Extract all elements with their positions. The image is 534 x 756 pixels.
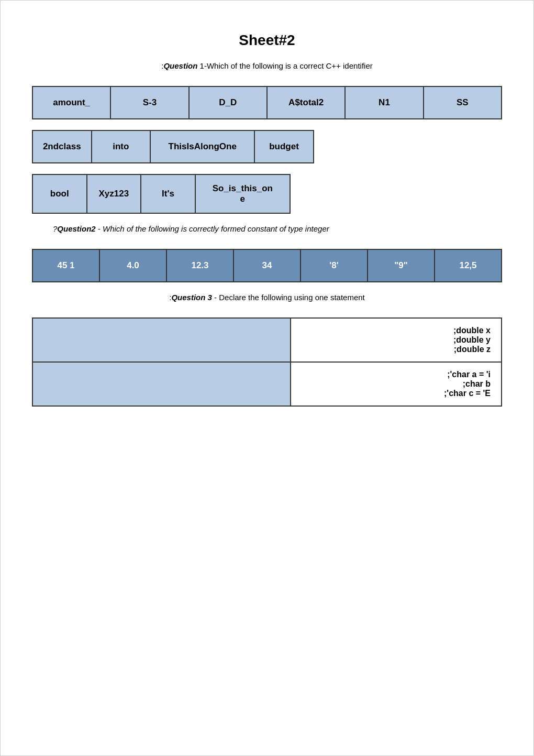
q1-r3-c1: bool bbox=[33, 175, 87, 213]
page-title: Sheet#2 bbox=[32, 32, 502, 49]
q2-r1-c4: 34 bbox=[234, 250, 301, 281]
q1-row2: 2ndclass into ThisIsAlongOne budget bbox=[32, 130, 314, 163]
q1-r1-c6: SS bbox=[424, 87, 501, 118]
q1-r1-c5: N1 bbox=[346, 87, 424, 118]
q2-r1-c7: 12,5 bbox=[435, 250, 501, 281]
q3-r1-right: ;double x ;double y ;double z bbox=[291, 318, 502, 362]
q1-r3-c4: So_is_this_on e bbox=[196, 175, 290, 213]
q3-r1-left bbox=[32, 318, 291, 362]
question1-label: :Question 1-Which of the following is a … bbox=[32, 61, 502, 70]
q1-r3-c3: It's bbox=[141, 175, 196, 213]
q3-r2-left bbox=[32, 362, 291, 406]
q3-r2-right: ;'char a = 'i ;char b ;'char c = 'E bbox=[291, 362, 502, 406]
q1-r2-c3: ThisIsAlongOne bbox=[151, 131, 255, 162]
q2-r1-c2: 4.0 bbox=[100, 250, 167, 281]
q3-row1: ;double x ;double y ;double z bbox=[32, 318, 502, 362]
q1-r3-c2: Xyz123 bbox=[87, 175, 142, 213]
q1-row1: amount_ S-3 D_D A$total2 N1 SS bbox=[32, 86, 502, 119]
q2-r1-c5: '8' bbox=[301, 250, 368, 281]
q2-r1-c1: 45 1 bbox=[33, 250, 100, 281]
q1-r1-c2: S-3 bbox=[111, 87, 189, 118]
q2-row1: 45 1 4.0 12.3 34 '8' "9" 12,5 bbox=[32, 249, 502, 282]
q3-table: ;double x ;double y ;double z ;'char a =… bbox=[32, 317, 502, 407]
question2-label: ?Question2 - Which of the following is c… bbox=[32, 224, 502, 233]
question3-label: :Question 3 - Declare the following usin… bbox=[32, 293, 502, 302]
q3-row2: ;'char a = 'i ;char b ;'char c = 'E bbox=[32, 362, 502, 406]
q1-r1-c4: A$total2 bbox=[268, 87, 346, 118]
q1-bold: Question bbox=[163, 61, 197, 70]
q1-r1-c3: D_D bbox=[190, 87, 268, 118]
q1-r2-c2: into bbox=[92, 131, 151, 162]
q3-bold: Question 3 bbox=[171, 293, 212, 302]
question2-section: ?Question2 - Which of the following is c… bbox=[32, 224, 502, 282]
q2-r1-c6: "9" bbox=[368, 250, 435, 281]
q2-r1-c3: 12.3 bbox=[167, 250, 234, 281]
q1-text: 1-Which of the following is a correct C+… bbox=[197, 61, 372, 70]
q1-r2-c4: budget bbox=[255, 131, 313, 162]
q3-text: - Declare the following using one statem… bbox=[212, 293, 365, 302]
q1-row3: bool Xyz123 It's So_is_this_on e bbox=[32, 174, 291, 214]
q2-bold: Question2 bbox=[57, 224, 95, 233]
q1-r2-c1: 2ndclass bbox=[33, 131, 92, 162]
q1-r1-c1: amount_ bbox=[33, 87, 111, 118]
q2-dash: - Which of the following is correctly fo… bbox=[96, 224, 329, 233]
